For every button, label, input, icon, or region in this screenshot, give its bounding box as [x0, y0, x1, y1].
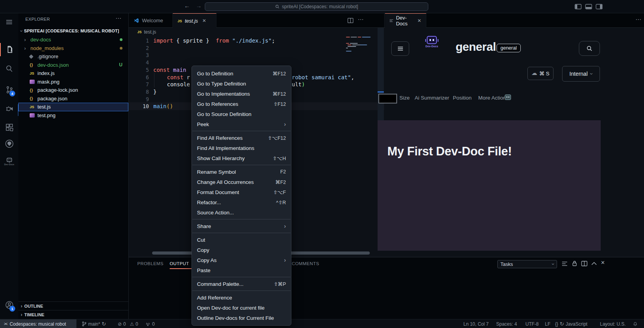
explorer-more-icon[interactable]: ⋯ — [115, 15, 121, 22]
indentation-status[interactable]: Spaces: 4 — [496, 319, 517, 328]
keyboard-layout-status[interactable]: Layout: U.S. — [600, 319, 626, 328]
toggle-panel-icon[interactable] — [585, 4, 592, 9]
menu-hamburger-icon[interactable] — [0, 14, 18, 30]
devdocs-view-icon[interactable]: Dev-Docs — [0, 154, 18, 169]
visibility-select[interactable]: Internal › — [562, 66, 600, 82]
github-icon[interactable] — [0, 136, 18, 152]
command-center-search[interactable]: spriteAI [Codespaces: musical robot] — [205, 2, 428, 11]
tab-output[interactable]: OUTPUT — [170, 261, 189, 266]
menu-item[interactable]: Outline Dev-docs for Current File — [192, 313, 291, 323]
tab-devdocs[interactable]: Dev-Docs ✕ — [385, 13, 426, 28]
menu-separator — [192, 291, 291, 291]
maximize-panel-icon[interactable] — [591, 262, 597, 265]
menu-item[interactable]: Add Reference — [192, 292, 291, 303]
tab-welcome[interactable]: Welcome — [129, 13, 173, 28]
menu-item[interactable]: Rename SymbolF2 — [192, 167, 291, 177]
clear-output-icon[interactable] — [562, 261, 568, 266]
file-row-test.png[interactable]: test.png — [18, 111, 128, 120]
more-actions-button[interactable]: More Actions — [478, 95, 509, 101]
toggle-sidebar-right-icon[interactable] — [596, 4, 603, 9]
close-icon[interactable]: ✕ — [417, 18, 421, 23]
lock-icon[interactable] — [572, 260, 577, 266]
menu-item[interactable]: Refactor...^⇧R — [192, 197, 291, 207]
devdocs-menu-button[interactable] — [391, 41, 409, 56]
file-row-package.json[interactable]: {}package.json — [18, 94, 128, 103]
menu-item[interactable]: Cut — [192, 235, 291, 245]
menu-item[interactable]: Change All Occurrences⌘F2 — [192, 177, 291, 187]
editor-more-actions-icon[interactable]: ⋯ — [358, 16, 364, 23]
position-button[interactable]: Position — [453, 95, 472, 101]
menu-item[interactable]: Peek› — [192, 119, 291, 129]
timeline-section[interactable]: › TIMELINE — [18, 310, 128, 319]
outline-section[interactable]: › OUTLINE — [18, 301, 128, 310]
menu-item[interactable]: Paste — [192, 265, 291, 275]
cursor-position[interactable]: Ln 10, Col 7 — [463, 319, 489, 328]
size-button[interactable]: Size — [399, 95, 410, 101]
save-button[interactable]: ☁ ⌘ S — [527, 67, 554, 80]
menu-item[interactable]: Find All References⇧⌥F12 — [192, 133, 291, 143]
vscode-logo-icon — [133, 18, 139, 23]
ai-summarizer-button[interactable]: Ai Summarizer — [415, 95, 449, 101]
eol-status[interactable]: LF — [545, 319, 550, 328]
menu-item-label: Find All References — [197, 135, 268, 141]
toggle-sidebar-left-icon[interactable] — [575, 4, 582, 9]
menu-item[interactable]: Go to Implementations⌘F12 — [192, 89, 291, 99]
file-row-dev-docs[interactable]: ›dev-docs — [18, 36, 128, 44]
menu-item[interactable]: Go to Source Definition — [192, 109, 291, 119]
devdocs-search-button[interactable] — [579, 41, 600, 56]
tab-test-js[interactable]: JS test.js ✕ — [173, 13, 216, 28]
menu-item[interactable]: Source Action... — [192, 207, 291, 217]
extensions-icon[interactable] — [0, 119, 18, 135]
file-row-.gitignore[interactable]: .gitignore — [18, 52, 128, 61]
menu-item[interactable]: Find All Implementations — [192, 143, 291, 153]
explorer-icon[interactable] — [0, 42, 18, 57]
tab-comments[interactable]: COMMENTS — [292, 261, 319, 266]
source-control-icon[interactable]: 4 — [0, 82, 18, 98]
tab-problems[interactable]: PROBLEMS — [137, 261, 163, 266]
menu-item[interactable]: Open Dev-doc for current file — [192, 303, 291, 313]
search-view-icon[interactable] — [0, 61, 18, 77]
split-editor-icon[interactable] — [347, 17, 354, 24]
menu-item[interactable]: Go to Definition⌘F12 — [192, 68, 291, 78]
chevron-down-icon: › — [589, 73, 595, 75]
menu-item[interactable]: Show Call Hierarchy⇧⌥H — [192, 153, 291, 163]
branch-status[interactable]: main* ↻ — [82, 319, 106, 328]
notifications-bell[interactable] — [633, 319, 638, 328]
accounts-icon[interactable]: 1 — [0, 297, 18, 313]
encoding-status[interactable]: UTF-8 — [525, 319, 539, 328]
nav-forward-icon[interactable]: → — [196, 2, 202, 9]
explorer-sidebar: EXPLORER ⋯ › SPRITEAI [CODESPACES: MUSIC… — [18, 13, 129, 319]
file-row-mask.png[interactable]: mask.png — [18, 78, 128, 86]
color-swatch[interactable] — [378, 94, 397, 103]
editor-more-actions-icon[interactable]: ⋯ — [635, 16, 641, 23]
remote-indicator[interactable]: >< Codespaces: musical robot — [0, 319, 76, 328]
problems-status[interactable]: ⊘ 0 ⚠ 0 — [118, 319, 138, 328]
language-mode-status[interactable]: {} ↻ JavaScript — [555, 319, 587, 328]
minimap[interactable] — [345, 31, 378, 109]
file-row-dev-docs.json[interactable]: {}dev-docs.jsonU — [18, 61, 128, 70]
menu-item[interactable]: Command Palette...⇧⌘P — [192, 279, 291, 289]
menu-item[interactable]: Go to Type Definition — [192, 78, 291, 89]
file-row-index.js[interactable]: JSindex.js — [18, 69, 128, 78]
ports-status[interactable]: 0 — [145, 319, 155, 328]
menu-item[interactable]: Go to References⇧F12 — [192, 99, 291, 109]
split-panel-icon[interactable] — [581, 261, 587, 266]
run-debug-icon[interactable] — [0, 101, 18, 116]
close-panel-icon[interactable]: ✕ — [601, 260, 605, 266]
menu-item-label: Go to References — [197, 101, 273, 107]
line-number: 9 — [132, 96, 149, 103]
file-row-node_modules[interactable]: ›node_modules — [18, 44, 128, 53]
menu-item[interactable]: Format Document⇧⌥F — [192, 187, 291, 197]
file-row-test.js[interactable]: JStest.js — [18, 103, 128, 111]
menu-item[interactable]: Share› — [192, 221, 291, 231]
output-channel-select[interactable]: Tasks › — [497, 260, 557, 268]
menu-item[interactable]: Copy — [192, 245, 291, 255]
status-bar: >< Codespaces: musical robot main* ↻ ⊘ 0… — [0, 319, 644, 328]
nav-back-icon[interactable]: ← — [184, 2, 190, 9]
timeline-label: TIMELINE — [24, 312, 44, 317]
file-name: .gitignore — [37, 53, 58, 59]
close-icon[interactable]: ✕ — [202, 18, 206, 23]
workspace-section-header[interactable]: › SPRITEAI [CODESPACES: MUSICAL ROBOT] — [18, 27, 128, 35]
menu-item[interactable]: Copy As› — [192, 255, 291, 265]
file-row-package-lock.json[interactable]: {}package-lock.json — [18, 86, 128, 94]
